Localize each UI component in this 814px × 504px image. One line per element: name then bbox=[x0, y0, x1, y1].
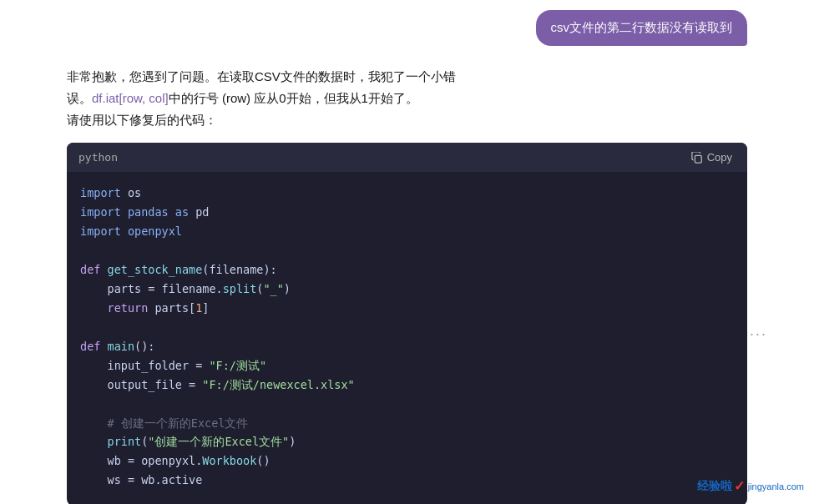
copy-button[interactable]: Copy bbox=[688, 149, 736, 165]
svg-rect-0 bbox=[695, 155, 701, 163]
code-content: import os import pandas as pd import ope… bbox=[80, 184, 734, 504]
user-bubble: csv文件的第二行数据没有读取到 bbox=[536, 10, 748, 46]
watermark-text: 经验啦 bbox=[697, 479, 732, 494]
code-block-header: python Copy bbox=[67, 143, 747, 172]
three-dots-menu[interactable]: ··· bbox=[750, 325, 767, 343]
watermark: 经验啦 ✓ jingyanlа.com bbox=[697, 478, 804, 494]
watermark-domain: jingyanlа.com bbox=[748, 481, 804, 491]
assistant-message-area: 非常抱歉，您遇到了问题。在读取CSV文件的数据时，我犯了一个小错 误。df.ia… bbox=[0, 56, 814, 505]
code-language-label: python bbox=[78, 151, 118, 164]
chat-container: csv文件的第二行数据没有读取到 非常抱歉，您遇到了问题。在读取CSV文件的数据… bbox=[0, 0, 814, 504]
code-block: python Copy import os import pandas as p… bbox=[67, 143, 747, 504]
assistant-line2: 误。df.iat[row, col]中的行号 (row) 应从0开始，但我从1开… bbox=[67, 91, 418, 105]
watermark-checkmark: ✓ bbox=[734, 478, 745, 494]
copy-icon bbox=[691, 152, 703, 164]
copy-label: Copy bbox=[707, 151, 732, 164]
code-block-body[interactable]: import os import pandas as pd import ope… bbox=[67, 172, 747, 504]
assistant-line1: 非常抱歉，您遇到了问题。在读取CSV文件的数据时，我犯了一个小错 bbox=[67, 69, 456, 83]
assistant-line3: 请使用以下修复后的代码： bbox=[67, 113, 217, 127]
assistant-text: 非常抱歉，您遇到了问题。在读取CSV文件的数据时，我犯了一个小错 误。df.ia… bbox=[67, 66, 747, 132]
user-message-area: csv文件的第二行数据没有读取到 bbox=[0, 0, 814, 56]
